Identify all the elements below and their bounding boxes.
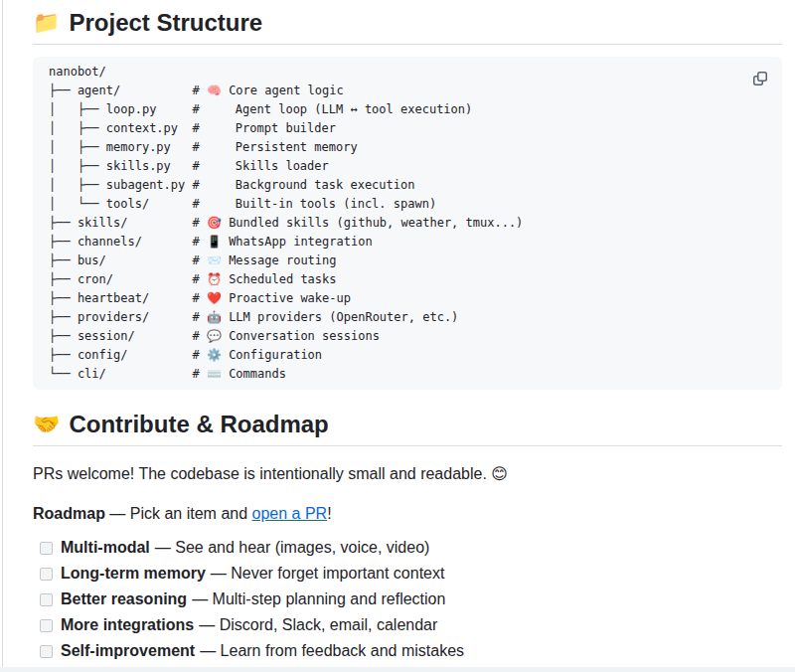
list-item: Better reasoning — Multi-step planning a…	[40, 588, 782, 611]
task-description: — Multi-step planning and reflection	[192, 588, 445, 611]
prs-welcome-text: PRs welcome! The codebase is intentional…	[33, 462, 782, 486]
tree-line: │ ├── context.py # Prompt builder	[49, 119, 766, 138]
task-label: Long-term memory	[61, 562, 206, 586]
roadmap-suffix-text: !	[327, 505, 331, 522]
tree-line: ├── session/ # 💬 Conversation sessions	[49, 327, 766, 346]
tree-line: ├── agent/ # 🧠 Core agent logic	[49, 82, 766, 100]
tree-line: ├── providers/ # 🤖 LLM providers (OpenRo…	[49, 308, 766, 327]
open-pr-link[interactable]: open a PR	[252, 505, 328, 522]
tree-line: ├── skills/ # 🎯 Bundled skills (github, …	[49, 214, 766, 233]
tree-line: │ ├── loop.py # Agent loop (LLM ↔ tool e…	[49, 100, 766, 119]
tree-line: nanobot/	[49, 63, 766, 82]
page-left-border	[2, 0, 3, 672]
tree-line: ├── bus/ # 📨 Message routing	[49, 252, 766, 270]
list-item: Multi-modal — See and hear (images, voic…	[40, 536, 782, 560]
task-checkbox	[40, 645, 53, 658]
task-checkbox	[40, 593, 53, 606]
tree-line: ├── config/ # ⚙️ Configuration	[49, 346, 766, 365]
roadmap-task-list: Multi-modal — See and hear (images, voic…	[33, 536, 782, 663]
folder-emoji-icon: 📁	[33, 8, 60, 38]
task-description: — See and hear (images, voice, video)	[155, 536, 430, 560]
roadmap-label: Roadmap	[33, 505, 105, 522]
task-checkbox	[40, 568, 53, 581]
copy-icon	[752, 71, 768, 86]
task-checkbox	[40, 619, 53, 632]
code-block-wrapper: nanobot/├── agent/ # 🧠 Core agent logic│…	[33, 57, 782, 390]
task-description: — Never forget important context	[211, 562, 445, 586]
cropped-next-section-edge	[0, 667, 795, 672]
tree-line: │ ├── memory.py # Persistent memory	[49, 138, 766, 157]
task-description: — Learn from feedback and mistakes	[200, 639, 464, 663]
tree-line: └── cli/ # ⌨️ Commands	[49, 365, 766, 384]
contribute-roadmap-heading: 🤝 Contribute & Roadmap	[33, 410, 782, 446]
task-label: Multi-modal	[61, 536, 150, 560]
tree-line: │ ├── skills.py # Skills loader	[49, 157, 766, 176]
roadmap-prefix-text: — Pick an item and	[105, 505, 252, 522]
project-structure-title: Project Structure	[69, 8, 262, 38]
task-label: Self-improvement	[61, 639, 195, 663]
task-label: More integrations	[61, 613, 194, 637]
task-description: — Discord, Slack, email, calendar	[199, 613, 437, 637]
list-item: Long-term memory — Never forget importan…	[40, 562, 782, 586]
list-item: Self-improvement — Learn from feedback a…	[40, 639, 782, 663]
task-checkbox	[40, 542, 53, 555]
contribute-roadmap-title: Contribute & Roadmap	[69, 410, 328, 439]
project-tree-code-block: nanobot/├── agent/ # 🧠 Core agent logic│…	[33, 57, 782, 390]
roadmap-line: Roadmap — Pick an item and open a PR!	[33, 502, 782, 526]
task-label: Better reasoning	[61, 588, 187, 611]
list-item: More integrations — Discord, Slack, emai…	[40, 613, 782, 637]
readme-content: 📁 Project Structure nanobot/├── agent/ #…	[0, 0, 795, 663]
handshake-emoji-icon: 🤝	[33, 410, 60, 439]
tree-line: │ ├── subagent.py # Background task exec…	[49, 176, 766, 195]
project-structure-heading: 📁 Project Structure	[33, 8, 782, 45]
tree-line: ├── channels/ # 📱 WhatsApp integration	[49, 233, 766, 252]
tree-line: │ └── tools/ # Built-in tools (incl. spa…	[49, 195, 766, 214]
tree-line: ├── cron/ # ⏰ Scheduled tasks	[49, 270, 766, 289]
copy-code-button[interactable]	[746, 65, 774, 92]
tree-line: ├── heartbeat/ # ❤️ Proactive wake-up	[49, 289, 766, 308]
